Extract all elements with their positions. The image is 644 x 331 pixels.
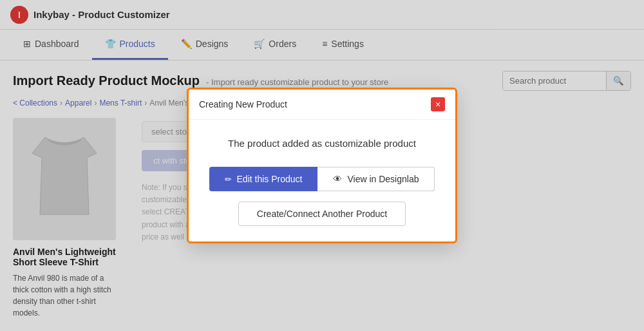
modal-dialog: Creating New Product × The product added… (187, 88, 457, 243)
modal-primary-actions: ✏ Edit this Product 👁 View in Designlab (204, 167, 440, 191)
modal-close-button[interactable]: × (431, 97, 445, 111)
view-designlab-button[interactable]: 👁 View in Designlab (317, 167, 435, 191)
modal-body: The product added as customizable produc… (189, 120, 455, 241)
edit-product-button[interactable]: ✏ Edit this Product (209, 167, 318, 191)
connect-another-button[interactable]: Create/Connect Another Product (238, 202, 406, 226)
modal-overlay: Creating New Product × The product added… (0, 0, 644, 331)
modal-title: Creating New Product (199, 99, 287, 109)
modal-header: Creating New Product × (189, 90, 455, 120)
modal-message: The product added as customizable produc… (204, 138, 440, 149)
eye-icon: 👁 (333, 174, 342, 184)
pencil-icon: ✏ (225, 175, 232, 184)
view-designlab-label: View in Designlab (347, 174, 419, 184)
edit-product-label: Edit this Product (237, 174, 303, 184)
